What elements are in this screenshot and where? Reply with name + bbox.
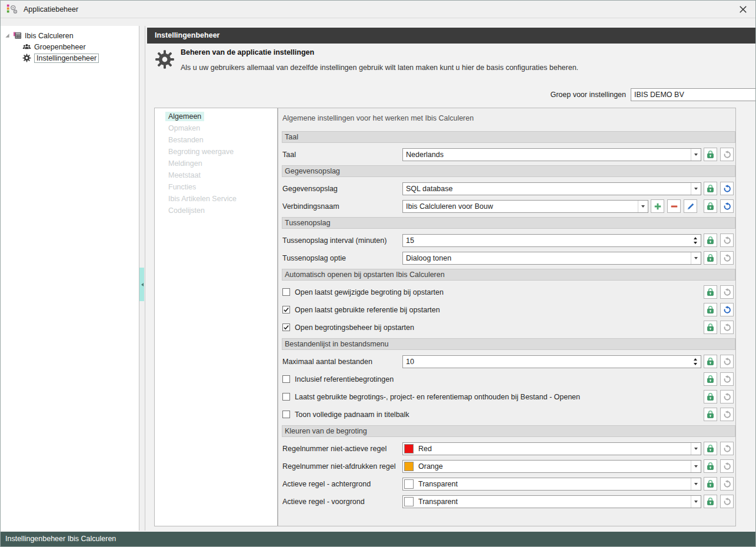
section-header-taal: Taal: [282, 131, 735, 143]
chevron-down-icon[interactable]: [691, 461, 701, 472]
undo-button[interactable]: [720, 251, 734, 265]
panel-splitter[interactable]: [139, 26, 145, 531]
tab-bestanden[interactable]: Bestanden: [155, 135, 277, 146]
spinner-arrows[interactable]: [691, 237, 701, 244]
group-combobox-value: IBIS DEMO BV: [631, 91, 756, 99]
checkbox[interactable]: [282, 375, 290, 383]
lock-button[interactable]: [704, 199, 717, 213]
lock-button[interactable]: [704, 390, 717, 403]
lock-button[interactable]: [704, 459, 717, 473]
color-combobox[interactable]: Red: [402, 442, 701, 455]
checkbox-checked[interactable]: [282, 306, 290, 313]
lock-icon: [705, 235, 715, 245]
lock-button[interactable]: [704, 285, 717, 299]
undo-button[interactable]: [720, 408, 734, 421]
spin-down-icon: [694, 242, 697, 244]
undo-button[interactable]: [720, 372, 734, 386]
checkbox[interactable]: [282, 411, 290, 418]
undo-button[interactable]: [720, 477, 734, 491]
tab-meetstaat[interactable]: Meetstaat: [155, 170, 277, 182]
color-combobox[interactable]: Transparent: [402, 478, 701, 491]
lock-button[interactable]: [704, 495, 717, 508]
undo-icon: [723, 323, 731, 332]
undo-button[interactable]: [720, 303, 734, 316]
status-bar: Instellingenbeheer Ibis Calculeren: [1, 532, 755, 546]
chevron-down-icon[interactable]: [691, 149, 701, 161]
maximaal-aantal-spinner[interactable]: 10: [402, 355, 701, 368]
group-combobox[interactable]: IBIS DEMO BV: [631, 88, 756, 101]
setting-row-kleur-niet-actieve-regel: Regelnummer niet-actieve regel Red: [278, 442, 735, 455]
undo-button[interactable]: [720, 234, 734, 247]
undo-icon: [723, 185, 731, 193]
tab-codelijsten[interactable]: Codelijsten: [155, 205, 277, 217]
setting-row-tussenopslag-optie: Tussenopslag optie Dialoog tonen: [278, 251, 735, 265]
undo-button[interactable]: [720, 390, 734, 403]
undo-button[interactable]: [720, 442, 734, 455]
remove-connection-button[interactable]: [667, 199, 681, 213]
checkbox[interactable]: [282, 288, 290, 296]
chevron-down-icon[interactable]: [691, 478, 701, 490]
lock-button[interactable]: [704, 372, 717, 386]
tree-item-label: Ibis Calculeren: [25, 32, 74, 40]
tab-meldingen[interactable]: Meldingen: [155, 158, 277, 170]
setting-label: Verbindingsnaam: [282, 202, 402, 211]
chevron-down-icon[interactable]: [691, 443, 701, 455]
checkbox[interactable]: [282, 393, 290, 401]
lock-button[interactable]: [704, 234, 717, 247]
combobox-value: Dialoog tonen: [403, 254, 691, 262]
lock-button[interactable]: [704, 251, 717, 265]
setting-row-open-laatst-gewijzigde: Open laatst gewijzigde begroting bij ops…: [278, 285, 735, 299]
add-connection-button[interactable]: [651, 199, 664, 213]
chevron-down-icon[interactable]: [691, 252, 701, 264]
undo-button[interactable]: [720, 459, 734, 473]
lock-button[interactable]: [704, 303, 717, 316]
tab-functies[interactable]: Functies: [155, 182, 277, 194]
tussenopslag-optie-combobox[interactable]: Dialoog tonen: [402, 252, 701, 265]
undo-icon: [723, 288, 731, 296]
taal-combobox[interactable]: Nederlands: [402, 148, 701, 161]
lock-button[interactable]: [704, 148, 717, 161]
setting-label: Maximaal aantal bestanden: [282, 358, 402, 366]
undo-button[interactable]: [720, 199, 734, 213]
lock-button[interactable]: [704, 408, 717, 421]
lock-button[interactable]: [704, 182, 717, 195]
tab-algemeen[interactable]: Algemeen: [155, 111, 277, 123]
undo-button[interactable]: [720, 355, 734, 368]
navigation-tree: Ibis Calculeren Groepenbeheer Instelling…: [1, 26, 139, 531]
splitter-collapse-grip[interactable]: [139, 268, 144, 301]
undo-button[interactable]: [720, 182, 734, 195]
verbindingsnaam-combobox[interactable]: Ibis Calcluleren voor Bouw: [402, 200, 648, 213]
color-combobox[interactable]: Transparent: [402, 495, 701, 508]
color-combobox[interactable]: Orange: [402, 460, 701, 473]
app-icon: [6, 4, 18, 15]
tree-item-instellingenbeheer[interactable]: Instellingenbeheer: [1, 52, 139, 64]
undo-button[interactable]: [720, 285, 734, 299]
tree-item-label: Groepenbeheer: [34, 43, 86, 51]
tree-item-groepenbeheer[interactable]: Groepenbeheer: [1, 41, 139, 52]
edit-connection-button[interactable]: [684, 199, 697, 213]
tab-begroting-weergave[interactable]: Begroting weergave: [155, 146, 277, 158]
expander-icon[interactable]: [5, 33, 10, 38]
lock-button[interactable]: [704, 321, 717, 334]
spinner-arrows[interactable]: [691, 358, 701, 365]
undo-button[interactable]: [720, 321, 734, 334]
section-header-gegevensopslag: Gegevensopslag: [282, 165, 735, 177]
tab-opmaken[interactable]: Opmaken: [155, 123, 277, 135]
gegevensopslag-combobox[interactable]: SQL database: [402, 182, 701, 195]
chevron-down-icon[interactable]: [638, 201, 648, 212]
close-button[interactable]: [738, 4, 748, 15]
lock-button[interactable]: [704, 477, 717, 491]
chevron-down-icon[interactable]: [691, 496, 701, 508]
lock-button[interactable]: [704, 355, 717, 368]
interval-spinner[interactable]: 15: [402, 234, 701, 247]
undo-button[interactable]: [720, 148, 734, 161]
tab-label: Algemeen: [165, 112, 204, 121]
lock-button[interactable]: [704, 442, 717, 455]
checkbox-checked[interactable]: [282, 323, 290, 331]
undo-button[interactable]: [720, 495, 734, 508]
plus-icon: [654, 202, 662, 211]
chevron-down-icon[interactable]: [691, 183, 701, 195]
tree-item-ibis-calculeren[interactable]: Ibis Calculeren: [1, 30, 139, 41]
tab-ibis-artikelen-service[interactable]: Ibis Artikelen Service: [155, 194, 277, 205]
lock-icon: [705, 305, 715, 315]
